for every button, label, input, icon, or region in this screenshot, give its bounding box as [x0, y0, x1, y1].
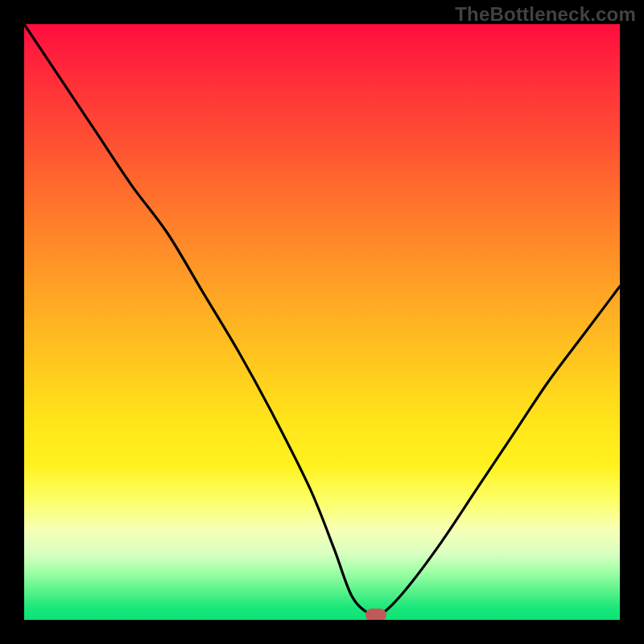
chart-frame: TheBottleneck.com [0, 0, 644, 644]
watermark-text: TheBottleneck.com [455, 3, 636, 26]
bottleneck-marker [365, 609, 386, 620]
curve-path [24, 24, 620, 617]
bottleneck-curve [24, 24, 620, 620]
plot-area [24, 24, 620, 620]
